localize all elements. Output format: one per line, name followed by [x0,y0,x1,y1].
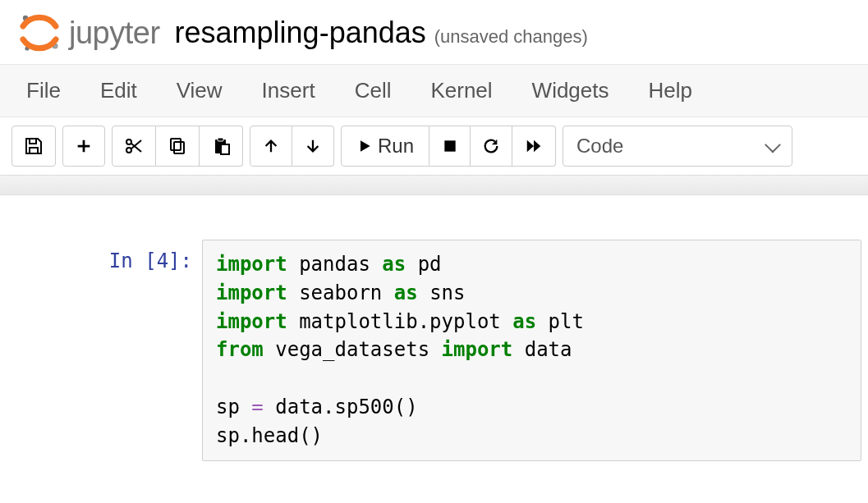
toolbar-shadow [0,176,868,195]
code-cell[interactable]: In [4]: import pandas as pd import seabo… [0,240,868,461]
arrow-up-icon [262,137,280,155]
svg-rect-8 [218,138,223,141]
cell-type-value: Code [576,135,623,158]
restart-run-all-button[interactable] [512,126,556,167]
scissors-icon [124,136,144,156]
copy-button[interactable] [156,126,200,167]
title-block: resampling-pandas (unsaved changes) [175,16,588,50]
move-cell-down-button[interactable] [292,126,334,167]
jupyter-logo: jupyter [16,10,160,56]
cut-button[interactable] [112,126,156,167]
menu-file[interactable]: File [26,78,61,103]
jupyter-icon [16,10,62,56]
stop-icon [442,138,458,154]
save-icon [24,136,44,156]
move-cell-up-button[interactable] [250,126,292,167]
notebook-area: In [4]: import pandas as pd import seabo… [0,195,868,474]
svg-rect-6 [174,142,184,153]
menubar: File Edit View Insert Cell Kernel Widget… [0,64,868,117]
menu-kernel[interactable]: Kernel [430,78,492,103]
fast-forward-icon [524,137,544,155]
refresh-icon [482,137,500,155]
menu-cell[interactable]: Cell [355,78,392,103]
input-prompt: In [4]: [105,240,192,272]
menu-insert[interactable]: Insert [262,78,315,103]
toolbar: Run Code [0,117,868,176]
svg-rect-5 [171,139,181,150]
paste-button[interactable] [200,126,243,167]
header: jupyter resampling-pandas (unsaved chang… [0,0,868,64]
save-button[interactable] [11,126,56,167]
svg-rect-10 [444,140,455,151]
menu-help[interactable]: Help [649,78,692,103]
copy-icon [168,136,187,156]
svg-rect-9 [221,144,229,154]
paste-icon [211,136,231,156]
code-editor[interactable]: import pandas as pd import seaborn as sn… [202,240,861,461]
notebook-title[interactable]: resampling-pandas [175,16,426,50]
run-button[interactable]: Run [341,126,429,167]
run-label: Run [378,135,414,158]
menu-view[interactable]: View [177,78,223,103]
restart-kernel-button[interactable] [471,126,512,167]
brand-text: jupyter [69,16,160,51]
save-status: (unsaved changes) [434,26,588,48]
menu-edit[interactable]: Edit [100,78,137,103]
cell-type-select[interactable]: Code [563,126,792,167]
interrupt-button[interactable] [429,126,471,167]
plus-icon [75,137,93,155]
menu-widgets[interactable]: Widgets [532,78,609,103]
play-icon [356,138,373,154]
arrow-down-icon [304,137,322,155]
insert-cell-below-button[interactable] [62,126,105,167]
